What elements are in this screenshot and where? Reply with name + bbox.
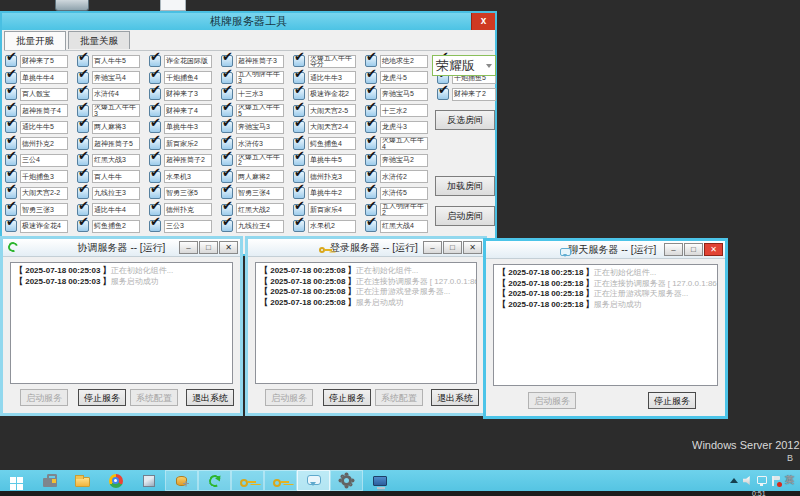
game-label: 百人牛牛5 bbox=[92, 55, 140, 68]
chat-server-window: 聊天服务器 -- [运行] – □ ✕ 【 2025-07-18 00:25:1… bbox=[483, 238, 728, 419]
desktop-document-icon[interactable] bbox=[160, 0, 186, 11]
key-icon bbox=[273, 479, 289, 487]
taskbar-start-button[interactable] bbox=[0, 470, 33, 491]
game-label: 十三水2 bbox=[380, 104, 428, 117]
game-checkbox-item[interactable]: ✔红黑大战4 bbox=[363, 218, 435, 235]
game-label: 五人明牌牛牛3 bbox=[236, 71, 284, 84]
maximize-icon[interactable]: □ bbox=[199, 241, 218, 254]
tray-ime-indicator[interactable]: 英 bbox=[785, 474, 794, 487]
start-rooms-button[interactable]: 启动房间 bbox=[435, 206, 495, 226]
start-service-button[interactable]: 启动服务 bbox=[528, 392, 576, 409]
close-icon[interactable]: ✕ bbox=[463, 241, 482, 254]
tray-icons: 英 bbox=[730, 470, 794, 491]
db-icon bbox=[176, 476, 187, 486]
game-label: 红黑大战3 bbox=[92, 154, 140, 167]
game-label: 单挑牛牛2 bbox=[308, 187, 356, 200]
version-dropdown[interactable]: 荣耀版 bbox=[432, 55, 496, 76]
stop-service-button[interactable]: 停止服务 bbox=[648, 392, 696, 409]
game-label: 超神推筒子3 bbox=[236, 55, 284, 68]
stop-service-button[interactable]: 停止服务 bbox=[78, 389, 126, 406]
game-label: 火爆五人牛牛2 bbox=[236, 154, 284, 167]
log-line: 【 2025-07-18 00:25:08 】正在连接协调服务器 [ 127.0… bbox=[260, 277, 472, 288]
login-server-window: 登录服务器 -- [运行] – □ ✕ 【 2025-07-18 00:25:0… bbox=[245, 236, 487, 416]
tab-batch-close[interactable]: 批量关服 bbox=[68, 31, 130, 49]
taskbar-settings[interactable] bbox=[330, 470, 363, 491]
tray-alert-flag[interactable] bbox=[772, 476, 780, 486]
game-label: 火爆五人牛牛夺分 bbox=[308, 55, 356, 68]
game-label: 单挑牛牛3 bbox=[164, 121, 212, 134]
taskbar-chat-server[interactable] bbox=[297, 470, 330, 491]
close-icon[interactable]: ✕ bbox=[219, 241, 238, 254]
taskbar-server-tool[interactable] bbox=[165, 470, 198, 491]
game-checkbox-item[interactable]: ✔鳄鱼捕鱼2 bbox=[75, 218, 147, 235]
game-checkbox-item[interactable]: ✔财神来了2 bbox=[435, 86, 496, 103]
checkbox-checked-icon[interactable]: ✔ bbox=[437, 88, 449, 100]
start-service-button[interactable]: 启动服务 bbox=[265, 389, 313, 406]
game-label: 单挑牛牛5 bbox=[308, 154, 356, 167]
desktop-folder-icon[interactable] bbox=[55, 0, 89, 11]
load-rooms-button[interactable]: 加载房间 bbox=[435, 176, 495, 196]
computer-icon bbox=[373, 476, 387, 486]
minimize-icon[interactable]: – bbox=[423, 241, 442, 254]
window-titlebar[interactable]: 棋牌服务器工具 bbox=[2, 13, 495, 30]
game-label: 两人麻将2 bbox=[236, 170, 284, 183]
game-label: 通比牛牛4 bbox=[92, 203, 140, 216]
minimize-icon[interactable]: – bbox=[664, 243, 683, 256]
checkbox-checked-icon[interactable]: ✔ bbox=[221, 220, 233, 232]
tray-hidden-icons[interactable] bbox=[730, 474, 738, 483]
checkbox-checked-icon[interactable]: ✔ bbox=[77, 220, 89, 232]
checkbox-checked-icon[interactable]: ✔ bbox=[365, 220, 377, 232]
taskbar-server-manager[interactable] bbox=[33, 470, 66, 491]
game-label: 财神来了4 bbox=[164, 104, 212, 117]
taskbar-app-package[interactable] bbox=[132, 470, 165, 491]
host-taskbar-strip bbox=[0, 491, 800, 496]
sync-arrows-icon bbox=[6, 240, 19, 253]
system-config-button[interactable]: 系统配置 bbox=[375, 389, 423, 406]
host-clock: 0:51 bbox=[752, 490, 766, 496]
tray-network[interactable] bbox=[757, 476, 767, 484]
taskbar-key-app[interactable] bbox=[264, 470, 297, 491]
taskbar-computer[interactable] bbox=[363, 470, 396, 491]
exit-system-button[interactable]: 退出系统 bbox=[431, 389, 479, 406]
key-icon bbox=[240, 479, 256, 487]
game-label: 智勇三张3 bbox=[20, 203, 68, 216]
game-checkbox-item[interactable]: ✔极速诈金花4 bbox=[3, 218, 75, 235]
close-icon[interactable]: x bbox=[471, 13, 495, 30]
close-icon[interactable]: ✕ bbox=[704, 243, 723, 256]
taskbar-login-server[interactable] bbox=[231, 470, 264, 491]
windows-logo-icon bbox=[10, 477, 16, 483]
tab-batch-open[interactable]: 批量开服 bbox=[4, 31, 66, 50]
game-checkbox-item[interactable]: ✔三公3 bbox=[147, 218, 219, 235]
checkbox-checked-icon[interactable]: ✔ bbox=[149, 220, 161, 232]
checkbox-checked-icon[interactable]: ✔ bbox=[5, 220, 17, 232]
game-label: 奔驰宝马3 bbox=[236, 121, 284, 134]
stop-service-button[interactable]: 停止服务 bbox=[323, 389, 371, 406]
game-checkbox-item[interactable]: ✔水果机2 bbox=[291, 218, 363, 235]
game-label: 超神推筒子5 bbox=[92, 137, 140, 150]
sync-icon bbox=[207, 473, 222, 488]
minimize-icon[interactable]: – bbox=[179, 241, 198, 254]
game-checkbox-item[interactable]: ✔九线拉王4 bbox=[219, 218, 291, 235]
game-label: 新百家乐4 bbox=[308, 203, 356, 216]
game-label: 通比牛牛3 bbox=[308, 71, 356, 84]
version-dropdown-value: 荣耀版 bbox=[433, 57, 486, 75]
os-watermark-line1: Windows Server 2012 R2 D bbox=[692, 439, 800, 451]
game-label: 诈金花国际版 bbox=[164, 55, 212, 68]
checkbox-checked-icon[interactable]: ✔ bbox=[293, 220, 305, 232]
game-label: 新百家乐2 bbox=[164, 137, 212, 150]
tray-volume-muted[interactable] bbox=[743, 476, 752, 485]
system-config-button[interactable]: 系统配置 bbox=[130, 389, 178, 406]
exit-system-button[interactable]: 退出系统 bbox=[186, 389, 234, 406]
start-service-button[interactable]: 启动服务 bbox=[20, 389, 68, 406]
taskbar-chrome[interactable] bbox=[99, 470, 132, 491]
taskbar-coordination-server[interactable] bbox=[198, 470, 231, 491]
gear-icon bbox=[341, 475, 352, 486]
log-line: 【 2025-07-18 00:25:18 】正在连接协调服务器 [ 127.0… bbox=[498, 279, 713, 290]
game-label: 超神推筒子4 bbox=[20, 104, 68, 117]
game-label: 百人骰宝 bbox=[20, 88, 68, 101]
log-line: 【 2025-07-18 00:25:18 】服务启动成功 bbox=[498, 300, 713, 311]
invert-selection-button[interactable]: 反选房间 bbox=[435, 110, 495, 130]
taskbar-file-explorer[interactable] bbox=[66, 470, 99, 491]
maximize-icon[interactable]: □ bbox=[684, 243, 703, 256]
maximize-icon[interactable]: □ bbox=[443, 241, 462, 254]
